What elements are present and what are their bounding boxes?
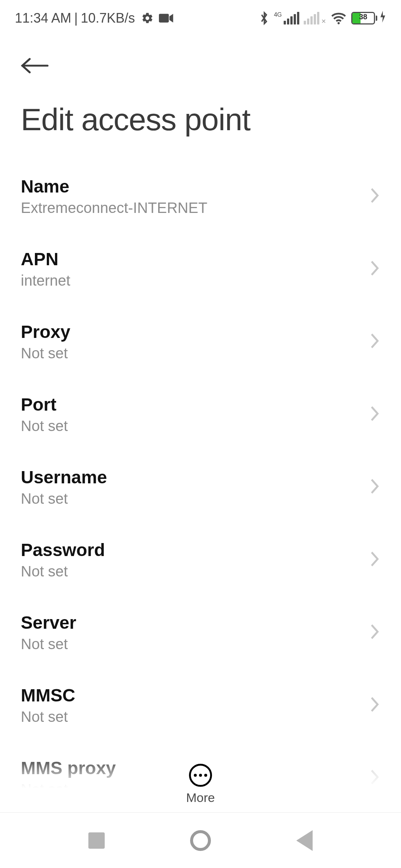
- row-label: Password: [21, 540, 369, 560]
- back-button[interactable]: [21, 56, 50, 76]
- row-label: MMSC: [21, 685, 369, 706]
- signal-1-label: 4G: [274, 12, 282, 18]
- status-data-rate: 10.7KB/s: [81, 10, 135, 26]
- row-mmsc[interactable]: MMSC Not set: [0, 669, 401, 742]
- row-value: Not set: [21, 563, 369, 580]
- chevron-right-icon: [369, 477, 380, 497]
- svg-point-2: [338, 22, 340, 24]
- battery-indicator: 38: [351, 10, 386, 26]
- row-username[interactable]: Username Not set: [0, 451, 401, 523]
- row-value: internet: [21, 272, 369, 289]
- row-name[interactable]: Name Extremeconnect-INTERNET: [0, 160, 401, 233]
- status-left: 11:34 AM | 10.7KB/s: [15, 10, 174, 26]
- more-button[interactable]: More: [186, 764, 215, 805]
- row-value: Not set: [21, 708, 369, 725]
- charging-icon: [379, 10, 386, 26]
- row-port[interactable]: Port Not set: [0, 378, 401, 451]
- row-apn[interactable]: APN internet: [0, 233, 401, 305]
- chevron-right-icon: [369, 332, 380, 351]
- nav-back-button[interactable]: [290, 826, 319, 855]
- status-time: 11:34 AM: [15, 10, 71, 26]
- signal-2-x-icon: ✕: [321, 19, 326, 24]
- nav-home-button[interactable]: [186, 826, 215, 855]
- chevron-right-icon: [369, 405, 380, 424]
- chevron-right-icon: [369, 696, 380, 715]
- status-separator: |: [74, 10, 78, 26]
- camera-icon: [159, 13, 174, 24]
- row-value: Not set: [21, 345, 369, 362]
- row-value: Not set: [21, 636, 369, 652]
- row-password[interactable]: Password Not set: [0, 523, 401, 596]
- battery-pct: 38: [351, 10, 375, 23]
- row-value: Extremeconnect-INTERNET: [21, 200, 369, 216]
- row-label: Server: [21, 612, 369, 633]
- row-label: APN: [21, 249, 369, 269]
- signal-2: ✕: [304, 12, 326, 24]
- gear-icon: [141, 12, 154, 24]
- row-proxy[interactable]: Proxy Not set: [0, 305, 401, 378]
- nav-recent-button[interactable]: [82, 826, 111, 855]
- chevron-right-icon: [369, 550, 380, 569]
- signal-1: 4G: [274, 12, 299, 24]
- more-icon: [189, 764, 212, 787]
- page-title: Edit access point: [21, 102, 380, 138]
- status-right: 4G ✕ 38: [259, 10, 386, 26]
- chevron-right-icon: [369, 259, 380, 279]
- svg-rect-1: [159, 14, 169, 22]
- more-label: More: [186, 790, 215, 805]
- row-value: Not set: [21, 490, 369, 507]
- navigation-bar: [0, 812, 401, 868]
- row-value: Not set: [21, 418, 369, 434]
- header: Edit access point: [0, 33, 401, 149]
- row-label: Proxy: [21, 322, 369, 342]
- chevron-right-icon: [369, 187, 380, 206]
- bluetooth-icon: [259, 11, 270, 26]
- row-server[interactable]: Server Not set: [0, 596, 401, 669]
- chevron-right-icon: [369, 623, 380, 642]
- row-label: Name: [21, 176, 369, 197]
- wifi-icon: [330, 11, 347, 25]
- row-label: Port: [21, 394, 369, 415]
- status-bar: 11:34 AM | 10.7KB/s 4G ✕ 38: [0, 0, 401, 33]
- row-label: Username: [21, 467, 369, 487]
- settings-list: Name Extremeconnect-INTERNET APN interne…: [0, 149, 401, 814]
